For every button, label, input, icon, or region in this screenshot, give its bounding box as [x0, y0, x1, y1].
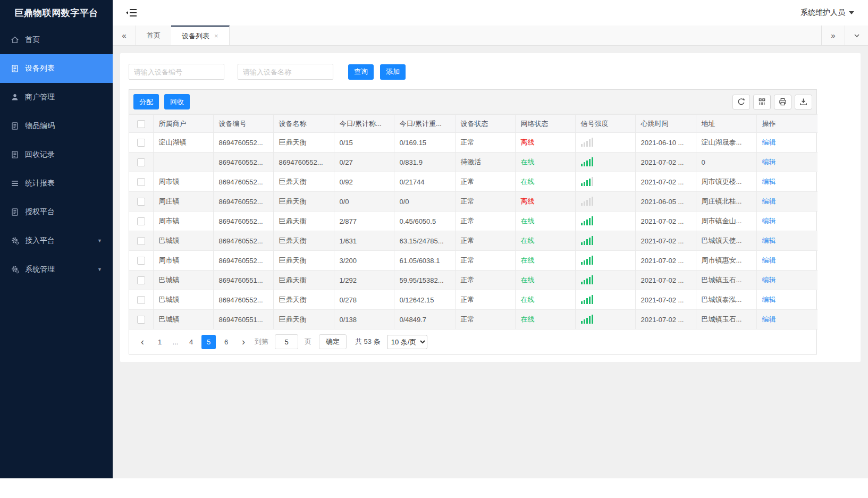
sidebar-item-recycle-records[interactable]: 回收记录	[0, 140, 113, 169]
row-checkbox[interactable]	[137, 217, 145, 225]
close-icon[interactable]: ×	[214, 32, 218, 40]
row-checkbox[interactable]	[137, 139, 145, 147]
sidebar-item-item-coding[interactable]: 物品编码	[0, 112, 113, 140]
device-name-input[interactable]	[238, 64, 333, 80]
device-status-cell: 正常	[455, 192, 515, 212]
query-button[interactable]: 查询	[348, 64, 374, 80]
today-weight-cell: 0/831.9	[394, 153, 455, 172]
table-header-row: 所属商户设备编号设备名称今日/累计称...今日/累计重...设备状态网络状态信号…	[129, 115, 818, 133]
signal-strength-cell	[575, 153, 635, 172]
edit-link[interactable]: 编辑	[762, 197, 776, 205]
assign-button[interactable]: 分配	[133, 94, 159, 109]
row-checkbox[interactable]	[137, 316, 145, 324]
sidebar-item-merchant-management[interactable]: 商户管理	[0, 83, 113, 112]
merchant-cell: 巴城镇	[153, 271, 213, 290]
add-button[interactable]: 添加	[380, 64, 406, 80]
edit-link[interactable]: 编辑	[762, 158, 776, 166]
page-number-6[interactable]: 6	[219, 335, 233, 349]
user-menu[interactable]: 系统维护人员	[800, 8, 854, 18]
page-number-1[interactable]: 1	[153, 335, 167, 349]
today-count-cell: 3/200	[334, 251, 394, 271]
edit-link[interactable]: 编辑	[762, 138, 776, 146]
tab-label: 首页	[147, 31, 161, 40]
sidebar-item-statistics-report[interactable]: 统计报表	[0, 169, 113, 198]
app-title: 巨鼎物联网数字平台	[0, 0, 113, 26]
edit-link[interactable]: 编辑	[762, 178, 776, 185]
columns-icon[interactable]	[753, 95, 771, 109]
device-name-cell: 巨鼎天衡	[273, 271, 334, 290]
edit-link[interactable]: 编辑	[762, 217, 776, 225]
recycle-button[interactable]: 回收	[164, 94, 190, 109]
refresh-icon[interactable]	[732, 95, 750, 109]
collapse-menu-icon[interactable]	[125, 8, 137, 18]
action-cell: 编辑	[756, 231, 818, 251]
address-cell: 0	[696, 153, 756, 172]
sidebar-item-device-list[interactable]: 设备列表	[0, 54, 113, 83]
edit-link[interactable]: 编辑	[762, 256, 776, 264]
row-checkbox[interactable]	[137, 198, 145, 206]
download-icon[interactable]	[795, 95, 812, 109]
chevrons-left-icon[interactable]: «	[113, 26, 136, 45]
device-name-cell: 巨鼎天衡	[273, 133, 334, 153]
today-count-cell: 1/631	[334, 231, 394, 251]
sidebar-item-label: 授权平台	[25, 207, 55, 217]
address-cell: 巴城镇泰泓...	[696, 290, 756, 310]
device-no-cell: 8694760552...	[213, 153, 273, 172]
row-checkbox[interactable]	[137, 237, 145, 245]
table-row: 周市镇8694760552...巨鼎天衡2/8770.45/6050.5正常在线…	[129, 212, 818, 231]
chevron-right-icon[interactable]: ›	[237, 335, 250, 349]
address-cell: 巴城镇玉石...	[696, 310, 756, 330]
table-panel: 分配 回收	[129, 89, 817, 354]
today-count-cell: 1/292	[334, 271, 394, 290]
row-checkbox[interactable]	[137, 257, 145, 265]
heartbeat-cell: 2021-07-02 ...	[635, 231, 696, 251]
today-weight-cell: 0.45/6050.5	[394, 212, 455, 231]
row-checkbox[interactable]	[137, 296, 145, 304]
content-area: 查询 添加 分配 回收	[113, 46, 868, 478]
confirm-button[interactable]: 确定	[319, 334, 347, 349]
chevron-left-icon[interactable]: ‹	[136, 335, 149, 349]
sidebar-item-authorization-platform[interactable]: 授权平台	[0, 198, 113, 226]
row-checkbox[interactable]	[137, 276, 145, 284]
bottom-strip	[0, 478, 868, 498]
device-name-cell: 巨鼎天衡	[273, 251, 334, 271]
edit-link[interactable]: 编辑	[762, 296, 776, 303]
device-no-input[interactable]	[129, 64, 224, 80]
device-list-card: 查询 添加 分配 回收	[120, 53, 861, 362]
chevrons-right-icon[interactable]: »	[821, 26, 845, 45]
signal-bars-icon	[581, 294, 593, 304]
network-status-cell: 在线	[515, 310, 575, 330]
goto-page-input[interactable]	[275, 334, 298, 349]
action-cell: 编辑	[756, 271, 818, 290]
tab-device-list[interactable]: 设备列表×	[171, 26, 230, 45]
device-no-cell: 8694760551...	[213, 310, 273, 330]
edit-link[interactable]: 编辑	[762, 276, 776, 284]
device-name-cell: 巨鼎天衡	[273, 290, 334, 310]
select-all-checkbox[interactable]	[137, 120, 145, 128]
sidebar-item-label: 回收记录	[25, 150, 55, 159]
row-checkbox[interactable]	[137, 178, 145, 186]
caret-down-icon: ▼	[97, 267, 102, 272]
print-icon[interactable]	[774, 95, 791, 109]
today-weight-cell: 61.05/6038.1	[394, 251, 455, 271]
tab-home[interactable]: 首页	[136, 26, 171, 45]
toolbar-icon-buttons	[732, 95, 812, 109]
device-status-cell: 正常	[455, 290, 515, 310]
page-number-5[interactable]: 5	[201, 335, 216, 349]
edit-link[interactable]: 编辑	[762, 237, 776, 244]
column-header: 心跳时间	[635, 115, 696, 133]
device-status-cell: 正常	[455, 212, 515, 231]
edit-link[interactable]: 编辑	[762, 315, 776, 323]
signal-strength-cell	[575, 310, 635, 330]
heartbeat-cell: 2021-07-02 ...	[635, 310, 696, 330]
page-number-4[interactable]: 4	[184, 335, 198, 349]
sidebar-item-home[interactable]: 首页	[0, 26, 113, 54]
page-numbers: 1...456	[153, 335, 233, 349]
table-row: 淀山湖镇8694760552...巨鼎天衡0/150/169.15正常离线202…	[129, 133, 818, 153]
sidebar-item-access-platform[interactable]: 接入平台▼	[0, 226, 113, 255]
row-checkbox[interactable]	[137, 158, 145, 166]
page-size-select[interactable]: 10 条/页	[387, 335, 427, 349]
signal-strength-cell	[575, 271, 635, 290]
sidebar-item-system-management[interactable]: 系统管理▼	[0, 255, 113, 284]
chevron-down-icon[interactable]	[845, 26, 868, 45]
